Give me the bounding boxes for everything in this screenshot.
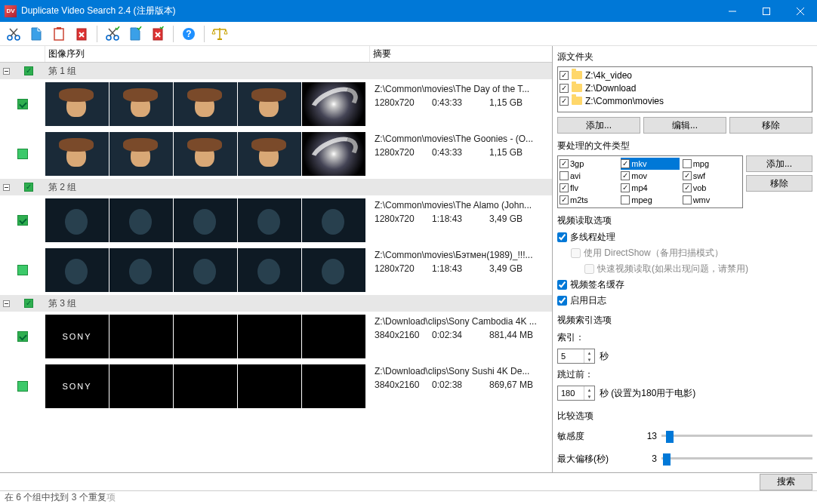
thumbnail[interactable]: [302, 364, 365, 408]
filetype-mpeg[interactable]: mpeg: [621, 194, 679, 206]
row-checkbox[interactable]: [17, 149, 28, 159]
filetype-checkbox[interactable]: [621, 195, 630, 204]
filetype-checkbox[interactable]: [683, 171, 692, 180]
filetype-checkbox[interactable]: [560, 171, 569, 180]
filetype-add-button[interactable]: 添加...: [746, 155, 812, 172]
filetype-swf[interactable]: swf: [683, 170, 741, 182]
thumbnail[interactable]: [45, 82, 109, 126]
source-checkbox[interactable]: [560, 71, 569, 80]
collapse-icon[interactable]: [0, 68, 12, 75]
index-spinner[interactable]: 5▲▼: [557, 349, 595, 364]
source-folders-list[interactable]: Z:\4k_videoZ:\DownloadZ:\Common\movies: [557, 66, 812, 112]
thumbnail[interactable]: [238, 315, 301, 358]
group-header[interactable]: 第 1 组: [0, 63, 552, 79]
filetype-checkbox[interactable]: [621, 171, 630, 180]
balance-button[interactable]: [209, 23, 230, 45]
thumbnail[interactable]: [302, 198, 365, 242]
result-row[interactable]: SONY Z:\Download\clips\Sony Cambodia 4K …: [0, 312, 552, 361]
filetype-vob[interactable]: vob: [683, 182, 741, 194]
thumbnail[interactable]: [238, 82, 301, 126]
filetype-avi[interactable]: avi: [560, 170, 618, 182]
source-folder-item[interactable]: Z:\Common\movies: [560, 94, 810, 107]
thumbnail[interactable]: [302, 315, 365, 358]
opt-sigcache[interactable]: 视频签名缓存: [557, 278, 812, 291]
thumbnail[interactable]: [109, 364, 173, 408]
filetype-checkbox[interactable]: [683, 159, 692, 168]
thumbnail[interactable]: [109, 82, 173, 126]
filetype-mpg[interactable]: mpg: [683, 158, 741, 170]
filetype-3gp[interactable]: 3gp: [560, 158, 618, 170]
copy-checked-button[interactable]: [125, 23, 146, 45]
filetype-mov[interactable]: mov: [621, 170, 679, 182]
thumbnail[interactable]: SONY: [45, 364, 109, 408]
thumbnail[interactable]: [174, 132, 237, 176]
filetype-checkbox[interactable]: [560, 195, 569, 204]
group-checkbox[interactable]: [24, 66, 33, 75]
source-checkbox[interactable]: [560, 97, 569, 106]
thumbnail[interactable]: [302, 82, 365, 126]
help-button[interactable]: ?: [178, 23, 199, 45]
thumbnail[interactable]: [238, 248, 301, 292]
opt-log[interactable]: 启用日志: [557, 294, 812, 307]
thumbnail[interactable]: [45, 248, 109, 292]
group-checkbox[interactable]: [24, 183, 33, 192]
thumbnail[interactable]: [174, 315, 237, 358]
sensitivity-slider[interactable]: [661, 429, 812, 444]
opt-directshow[interactable]: 使用 DirectShow（备用扫描模式）: [571, 247, 812, 260]
result-row[interactable]: SONY Z:\Download\clips\Sony Sushi 4K De.…: [0, 361, 552, 411]
filetype-checkbox[interactable]: [560, 159, 569, 168]
filetype-checkbox[interactable]: [560, 183, 569, 192]
clipboard-button[interactable]: [48, 23, 69, 45]
filetype-mp4[interactable]: mp4: [621, 182, 679, 194]
group-header[interactable]: 第 3 组: [0, 295, 552, 312]
thumbnail[interactable]: [45, 198, 109, 242]
filetype-checkbox[interactable]: [621, 159, 630, 168]
remove-source-button[interactable]: 移除: [729, 117, 812, 134]
source-checkbox[interactable]: [560, 84, 569, 93]
collapse-icon[interactable]: [0, 300, 12, 307]
group-checkbox[interactable]: [24, 299, 33, 308]
edit-source-button[interactable]: 编辑...: [643, 117, 726, 134]
result-row[interactable]: Z:\Common\movies\The Goonies - (O... 128…: [0, 129, 552, 179]
add-source-button[interactable]: 添加...: [557, 117, 640, 134]
thumbnail[interactable]: [174, 248, 237, 292]
cut-button[interactable]: [3, 23, 24, 45]
new-file-button[interactable]: [26, 23, 47, 45]
thumbnail[interactable]: [109, 132, 173, 176]
filetype-checkbox[interactable]: [683, 183, 692, 192]
thumbnail[interactable]: [45, 132, 109, 176]
thumbnail[interactable]: SONY: [45, 315, 109, 358]
thumbnail[interactable]: [109, 248, 173, 292]
minimize-button[interactable]: [715, 0, 749, 22]
group-header[interactable]: 第 2 组: [0, 179, 552, 195]
thumbnail[interactable]: [238, 364, 301, 408]
filetype-m2ts[interactable]: m2ts: [560, 194, 618, 206]
skip-spinner[interactable]: 180▲▼: [557, 386, 595, 401]
row-checkbox[interactable]: [17, 99, 28, 109]
thumbnail[interactable]: [109, 315, 173, 358]
rows-container[interactable]: 第 1 组 Z:\Common\movies\The Day of the T.…: [0, 63, 552, 472]
opt-multithread[interactable]: 多线程处理: [557, 231, 812, 244]
maximize-button[interactable]: [749, 0, 783, 22]
filetype-checkbox[interactable]: [621, 183, 630, 192]
thumbnail[interactable]: [174, 364, 237, 408]
thumbnail[interactable]: [174, 198, 237, 242]
filetype-checkbox[interactable]: [683, 195, 692, 204]
thumbnail[interactable]: [238, 132, 301, 176]
filetype-remove-button[interactable]: 移除: [746, 175, 812, 192]
source-folder-item[interactable]: Z:\4k_video: [560, 69, 810, 81]
thumbnail[interactable]: [302, 248, 365, 292]
result-row[interactable]: Z:\Common\movies\Бэтмен(1989)_!!!... 128…: [0, 245, 552, 295]
source-folder-item[interactable]: Z:\Download: [560, 81, 810, 94]
row-checkbox[interactable]: [17, 265, 28, 275]
thumbnail[interactable]: [302, 132, 365, 176]
delete-checked-button[interactable]: [147, 23, 168, 45]
row-checkbox[interactable]: [17, 381, 28, 392]
filetypes-grid[interactable]: 3gpmkvmpgavimovswfflvmp4vobm2tsmpegwmv: [557, 155, 743, 208]
delete-file-button[interactable]: [71, 23, 92, 45]
maxoffset-slider[interactable]: [661, 451, 812, 466]
cut-checked-button[interactable]: [102, 23, 123, 45]
opt-fastread[interactable]: 快速视频读取(如果出现问题，请禁用): [584, 263, 812, 275]
filetype-flv[interactable]: flv: [560, 182, 618, 194]
thumbnail[interactable]: [109, 198, 173, 242]
